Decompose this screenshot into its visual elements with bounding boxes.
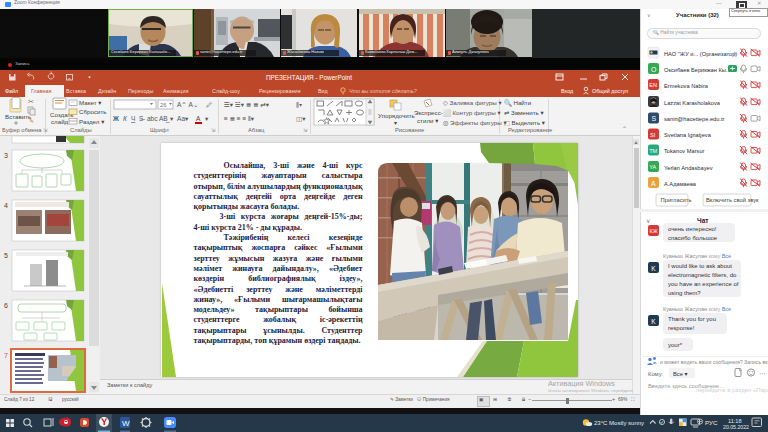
svg-text:⇄ Заменить ▾: ⇄ Заменить ▾ xyxy=(504,109,544,116)
svg-text:≡ ≣ ≡ ≡ ⫴▾: ≡ ≣ ≡ ≡ ⫴▾ xyxy=(224,115,255,122)
svg-text:23°C Mostly sunny: 23°C Mostly sunny xyxy=(594,420,644,426)
svg-text:⇲: ⇲ xyxy=(211,127,216,133)
svg-text:✛: ✛ xyxy=(732,51,737,57)
svg-text:Lazzat Karasholakova: Lazzat Karasholakova xyxy=(664,100,721,106)
svg-text:Вставка: Вставка xyxy=(66,88,86,94)
svg-text:Рецензирование: Рецензирование xyxy=(259,88,301,94)
svg-text:5: 5 xyxy=(4,252,8,259)
svg-text:I would like to ask about: I would like to ask about xyxy=(668,263,732,269)
svg-text:Шрифт: Шрифт xyxy=(150,127,169,133)
svg-text:▾: ▾ xyxy=(394,120,397,126)
svg-text:Ч: Ч xyxy=(131,115,135,122)
svg-text:Вставить: Вставить xyxy=(5,113,31,120)
svg-text:Все ▾: Все ▾ xyxy=(673,371,688,377)
svg-text:Вид: Вид xyxy=(318,88,329,94)
svg-text:4: 4 xyxy=(4,202,8,209)
svg-text:6: 6 xyxy=(4,302,8,309)
svg-text:очень интересно!: очень интересно! xyxy=(668,226,717,232)
svg-text:W: W xyxy=(122,419,130,428)
svg-text:abc: abc xyxy=(147,115,158,122)
svg-text:SI: SI xyxy=(650,132,656,138)
svg-text:TM: TM xyxy=(649,148,657,154)
svg-text:K: K xyxy=(651,265,656,272)
svg-text:перейдите в раздел «Параметры»: перейдите в раздел «Параметры». xyxy=(696,387,768,393)
svg-text:⌃: ⌃ xyxy=(622,126,627,132)
svg-text:Thank you for you: Thank you for you xyxy=(668,316,716,322)
svg-text:Куаныш Жасулан кому Все: Куаныш Жасулан кому Все xyxy=(663,306,731,312)
svg-text:Макет ▾: Макет ▾ xyxy=(79,99,102,106)
svg-text:⫼▾: ⫼▾ xyxy=(296,101,302,108)
svg-text:YA: YA xyxy=(649,164,656,170)
svg-text:🔍 Найти: 🔍 Найти xyxy=(504,99,532,107)
svg-text:Буфер обмена: Буфер обмена xyxy=(2,127,42,133)
svg-text:11:18: 11:18 xyxy=(728,418,742,424)
svg-text:Слайд-шоу: Слайд-шоу xyxy=(212,88,240,94)
svg-text:3: 3 xyxy=(4,152,8,159)
svg-text:S: S xyxy=(651,115,656,122)
svg-text:Tokanov Marsur: Tokanov Marsur xyxy=(664,148,705,154)
svg-text:⬚ Выделить ▾: ⬚ Выделить ▾ xyxy=(504,119,546,126)
svg-text:response!: response! xyxy=(668,325,695,331)
svg-text:Рисование: Рисование xyxy=(395,127,424,133)
svg-text:НАО "ЖУ и... (Организатор): НАО "ЖУ и... (Организатор) xyxy=(664,51,737,57)
svg-text:Svetlana Ignatjeva: Svetlana Ignatjeva xyxy=(664,132,712,138)
svg-text:◇ Заливка фигуры ▾: ◇ Заливка фигуры ▾ xyxy=(443,99,502,106)
svg-text:Главная: Главная xyxy=(31,88,52,94)
svg-text:Включить свой звук: Включить свой звук xyxy=(706,197,759,203)
svg-text:А.Адамаева: А.Адамаева xyxy=(664,181,697,187)
svg-text:Аа▾: Аа▾ xyxy=(177,115,189,122)
svg-text:Yerlan Andasbayev: Yerlan Andasbayev xyxy=(664,165,713,171)
svg-text:you have an experience of: you have an experience of xyxy=(668,281,739,287)
svg-text:АВ̲: АВ̲ xyxy=(159,115,170,123)
svg-text:⇲: ⇲ xyxy=(303,127,308,133)
svg-text:◎ Эффекты фигуры ▾: ◎ Эффекты фигуры ▾ xyxy=(443,119,507,126)
svg-text:✂: ✂ xyxy=(28,98,34,105)
svg-text:⋯: ⋯ xyxy=(759,370,766,377)
svg-text:Слайды: Слайды xyxy=(70,127,92,133)
svg-text:РУС: РУС xyxy=(705,419,718,426)
svg-text:◫▾: ◫▾ xyxy=(296,115,306,122)
svg-text:Анимация: Анимация xyxy=(163,88,188,94)
svg-text:⬜ Контур фигуры ▾: ⬜ Контур фигуры ▾ xyxy=(443,109,501,117)
svg-text:Кому:: Кому: xyxy=(648,371,664,377)
svg-text:КЖ: КЖ xyxy=(650,228,658,234)
svg-text:стили ▾: стили ▾ xyxy=(417,117,439,124)
svg-text:Куаныш Жасулан кому Все: Куаныш Жасулан кому Все xyxy=(663,253,731,259)
svg-text:Ж: Ж xyxy=(112,115,119,122)
svg-text:Экспресс-: Экспресс- xyxy=(414,109,443,116)
svg-text:∨: ∨ xyxy=(646,218,650,224)
svg-text:K: K xyxy=(651,318,656,325)
svg-text:Вход: Вход xyxy=(561,88,574,94)
svg-text:Чат: Чат xyxy=(697,217,709,224)
svg-text:electromagnetic filters, do: electromagnetic filters, do xyxy=(668,272,737,278)
svg-text:Пригласить: Пригласить xyxy=(661,197,692,203)
svg-text:🖉: 🖉 xyxy=(206,101,213,108)
svg-text:Сбросить: Сбросить xyxy=(79,108,107,115)
svg-text:Упорядочить: Упорядочить xyxy=(378,112,415,119)
svg-text:using them?: using them? xyxy=(668,290,701,296)
svg-text:и может видеть ваши сообщения?: и может видеть ваши сообщения? Запись вк… xyxy=(660,359,768,365)
svg-text:EN: EN xyxy=(649,82,657,88)
svg-text:Абзац: Абзац xyxy=(248,127,265,133)
svg-text:S̶: S̶ xyxy=(139,115,145,122)
svg-text:☰▾ ☱▾ ≣ ≣ ⇄▾: ☰▾ ☱▾ ≣ ≣ ⇄▾ xyxy=(224,101,270,108)
svg-text:Ermekova Nabira: Ermekova Nabira xyxy=(664,83,709,89)
svg-text:⇲: ⇲ xyxy=(43,127,48,133)
svg-text:Редактирование: Редактирование xyxy=(508,127,552,133)
svg-text:▾: ▾ xyxy=(170,115,174,122)
svg-text:Раздел ▾: Раздел ▾ xyxy=(79,118,105,125)
svg-text:Переходы: Переходы xyxy=(128,88,153,94)
svg-text:Дизайн: Дизайн xyxy=(98,88,116,94)
svg-text:▾: ▾ xyxy=(205,115,209,122)
svg-text:sanin@hacettepe.edu.tr: sanin@hacettepe.edu.tr xyxy=(664,116,725,122)
svg-text:26: 26 xyxy=(160,102,167,108)
svg-text:Файл: Файл xyxy=(5,88,18,94)
svg-text:20.05.2022: 20.05.2022 xyxy=(723,424,749,430)
svg-text:✎: ✎ xyxy=(29,118,34,124)
svg-text:К: К xyxy=(123,115,128,122)
svg-text:А⌃ А⌄: А⌃ А⌄ xyxy=(177,101,198,108)
svg-text:A: A xyxy=(651,180,656,187)
svg-text:О: О xyxy=(651,66,657,73)
svg-text:Общий доступ: Общий доступ xyxy=(592,88,628,94)
svg-text:Оксибаев Берикжан Кы...: Оксибаев Берикжан Кы... xyxy=(664,67,731,73)
